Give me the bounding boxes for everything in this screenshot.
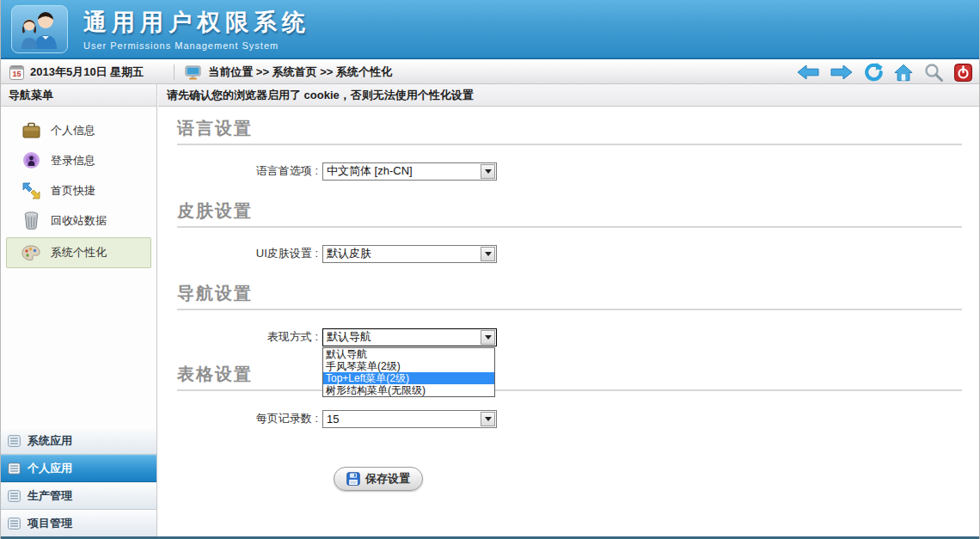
group-label: 个人应用 xyxy=(28,461,72,476)
monitor-icon xyxy=(185,65,201,80)
group-label: 系统应用 xyxy=(28,433,72,449)
records-per-page-select[interactable]: 15 xyxy=(322,410,497,428)
sidebar-item-personalization[interactable]: 系统个性化 xyxy=(6,237,151,268)
sidebar: 导航菜单 个人信息 xyxy=(1,84,157,537)
skin-label: UI皮肤设置 : xyxy=(158,246,318,261)
shortcut-arrows-icon xyxy=(21,181,40,200)
briefcase-icon xyxy=(21,121,40,140)
navigation-select[interactable]: 默认导航 xyxy=(322,328,497,346)
list-icon xyxy=(8,462,21,475)
sidebar-item-recycle-bin[interactable]: 回收站数据 xyxy=(1,205,156,236)
toolbar-nav-icons xyxy=(797,63,972,82)
language-label: 语言首选项 : xyxy=(158,163,318,179)
chevron-down-icon[interactable] xyxy=(481,164,495,179)
chevron-down-icon[interactable] xyxy=(481,247,495,261)
section-title-skin: 皮肤设置 xyxy=(177,199,253,223)
sidebar-item-home-shortcut[interactable]: 首页快捷 xyxy=(1,175,156,205)
sidebar-item-login-info[interactable]: 登录信息 xyxy=(1,145,156,175)
skin-row: UI皮肤设置 : 默认皮肤 xyxy=(158,244,497,263)
power-icon[interactable] xyxy=(954,64,972,82)
current-date: 2013年5月10日 星期五 xyxy=(30,64,144,80)
header-titles: 通用用户权限系统 User Permissions Management Sys… xyxy=(83,7,310,51)
dropdown-option[interactable]: 默认导航 xyxy=(323,348,494,360)
group-system-apps[interactable]: 系统应用 xyxy=(1,427,156,455)
app-header: 通用用户权限系统 User Permissions Management Sys… xyxy=(1,0,980,59)
navigation-select-value: 默认导航 xyxy=(323,329,481,345)
section-divider xyxy=(177,226,962,228)
section-title-language: 语言设置 xyxy=(177,117,253,140)
table-row: 每页记录数 : 15 xyxy=(158,409,497,428)
group-project-mgmt[interactable]: 项目管理 xyxy=(1,510,156,537)
navigation-label: 表现方式 : xyxy=(158,329,318,345)
section-title-table: 表格设置 xyxy=(177,363,253,386)
sidebar-item-label: 个人信息 xyxy=(51,123,95,138)
navigation-dropdown-list: 默认导航 手风琴菜单(2级) Top+Left菜单(2级) 树形结构菜单(无限级… xyxy=(322,347,495,397)
sidebar-title: 导航菜单 xyxy=(1,84,156,107)
home-icon[interactable] xyxy=(894,64,913,82)
group-label: 项目管理 xyxy=(28,516,72,531)
language-row: 语言首选项 : 中文简体 [zh-CN] xyxy=(158,162,497,181)
app-window: 通用用户权限系统 User Permissions Management Sys… xyxy=(0,0,980,539)
toolbar-separator xyxy=(174,64,175,80)
calendar-icon: 15 xyxy=(9,65,24,80)
palette-icon xyxy=(21,243,40,262)
sidebar-item-label: 首页快捷 xyxy=(51,183,95,199)
recycle-bin-icon xyxy=(21,211,40,230)
chevron-down-icon[interactable] xyxy=(481,412,495,426)
records-per-page-value: 15 xyxy=(323,413,481,426)
section-title-navigation: 导航设置 xyxy=(177,282,253,305)
sidebar-item-personal-info[interactable]: 个人信息 xyxy=(1,115,156,145)
list-icon xyxy=(8,435,21,447)
sidebar-item-label: 回收站数据 xyxy=(51,213,107,229)
forward-icon[interactable] xyxy=(830,64,853,81)
app-logo xyxy=(11,5,68,53)
section-divider xyxy=(177,389,962,391)
back-icon[interactable] xyxy=(797,64,819,81)
section-divider xyxy=(177,144,962,145)
section-divider xyxy=(177,309,962,310)
group-production-mgmt[interactable]: 生产管理 xyxy=(1,482,156,510)
sidebar-groups: 系统应用 个人应用 xyxy=(1,427,156,537)
floppy-disk-icon xyxy=(346,472,360,486)
group-personal-apps[interactable]: 个人应用 xyxy=(1,455,156,482)
calendar-day: 15 xyxy=(12,69,21,79)
save-settings-button[interactable]: 保存设置 xyxy=(334,467,423,491)
language-select-value: 中文简体 [zh-CN] xyxy=(323,163,481,179)
chevron-down-icon[interactable] xyxy=(481,330,495,345)
refresh-icon[interactable] xyxy=(864,63,883,82)
toolbar: 15 2013年5月10日 星期五 当前位置 >> 系统首页 >> 系统个性化 xyxy=(1,61,980,84)
people-logo-icon xyxy=(17,9,62,49)
language-select[interactable]: 中文简体 [zh-CN] xyxy=(322,162,497,181)
save-button-label: 保存设置 xyxy=(365,471,410,487)
breadcrumb: 当前位置 >> 系统首页 >> 系统个性化 xyxy=(208,64,392,80)
main-content: 语言设置 语言首选项 : 中文简体 [zh-CN] 皮肤设置 UI皮肤设置 : … xyxy=(158,107,980,537)
app-title: 通用用户权限系统 xyxy=(83,7,310,38)
dropdown-option-highlighted[interactable]: Top+Left菜单(2级) xyxy=(323,372,494,384)
dropdown-option[interactable]: 手风琴菜单(2级) xyxy=(323,360,494,372)
list-icon xyxy=(8,490,21,502)
sidebar-menu: 个人信息 登录信息 xyxy=(1,107,156,268)
login-person-icon xyxy=(21,151,40,170)
sidebar-item-label: 系统个性化 xyxy=(51,245,107,260)
skin-select-value: 默认皮肤 xyxy=(323,246,481,261)
navigation-row: 表现方式 : 默认导航 xyxy=(158,328,497,346)
app-subtitle: User Permissions Management System xyxy=(83,40,310,51)
group-label: 生产管理 xyxy=(28,488,72,504)
dropdown-option[interactable]: 树形结构菜单(无限级) xyxy=(323,384,494,396)
sidebar-item-label: 登录信息 xyxy=(51,153,95,168)
records-per-page-label: 每页记录数 : xyxy=(158,411,318,426)
cookie-notice: 请先确认您的浏览器启用了 cookie，否则无法使用个性化设置 xyxy=(158,84,980,107)
list-icon xyxy=(8,518,21,530)
skin-select[interactable]: 默认皮肤 xyxy=(322,245,497,263)
search-icon[interactable] xyxy=(924,63,943,82)
